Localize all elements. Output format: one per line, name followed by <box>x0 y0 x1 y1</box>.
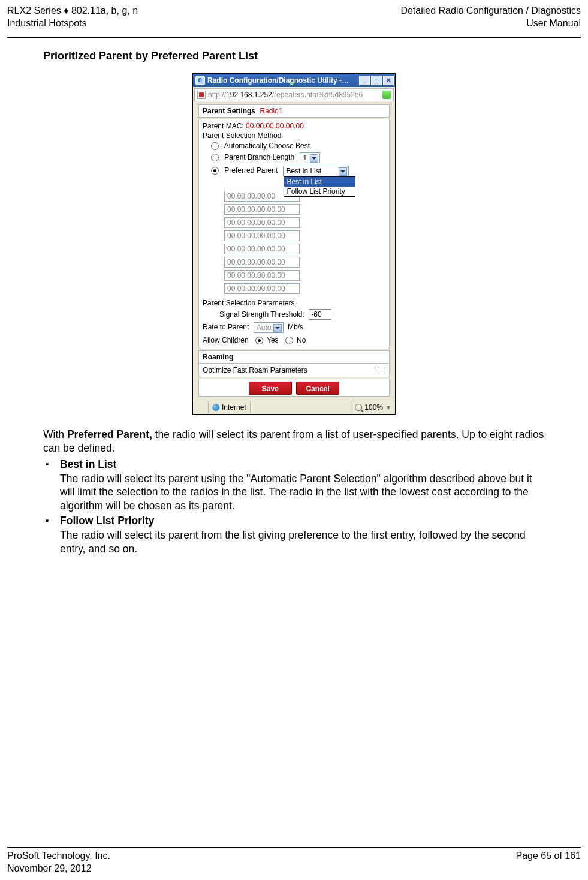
mac-input-5[interactable]: 00.00.00.00.00.00 <box>224 257 300 268</box>
sst-label: Signal Strength Threshold: <box>219 310 304 319</box>
save-button[interactable]: Save <box>249 382 292 395</box>
ie-icon <box>195 76 205 85</box>
preferred-parent-select[interactable]: Best in List Best in List Follow List Pr… <box>283 166 349 176</box>
mac-input-1[interactable]: 00.00.00.00.00.00 <box>224 204 300 215</box>
address-bar[interactable]: http://192.168.1.252/repeaters.htm%df5d8… <box>194 88 394 101</box>
parent-settings-header: Parent Settings Radio1 <box>198 104 390 118</box>
mac-value-4: 00.00.00.00.00.00 <box>227 245 285 253</box>
mac-input-4[interactable]: 00.00.00.00.00.00 <box>224 244 300 254</box>
sst-input[interactable]: -60 <box>309 309 331 320</box>
footer-left-2: November 29, 2012 <box>7 863 110 875</box>
mac-value-1: 00.00.00.00.00.00 <box>227 205 285 214</box>
zoom-icon <box>355 404 362 411</box>
mac-value-3: 00.00.00.00.00.00 <box>227 232 285 240</box>
mac-input-6[interactable]: 00.00.00.00.00.00 <box>224 270 300 281</box>
footer-left-1: ProSoft Technology, Inc. <box>7 850 110 863</box>
mac-value-7: 00.00.00.00.00.00 <box>227 284 285 293</box>
allow-children-yes[interactable] <box>255 337 263 344</box>
header-right-2: User Manual <box>400 17 581 30</box>
rate-select[interactable]: Auto <box>254 322 284 333</box>
cancel-button[interactable]: Cancel <box>296 382 339 395</box>
parent-mac-label: Parent MAC: <box>203 122 244 130</box>
bullet-best-in-list: Best in List The radio will select its p… <box>43 458 545 512</box>
yes-label: Yes <box>267 336 279 344</box>
url-path: /repeaters.htm%df5d8952e6 <box>272 91 363 99</box>
bullet-title-1: Follow List Priority <box>60 515 545 527</box>
url-scheme: http:// <box>208 91 226 99</box>
url-ip: 192.168.1.252 <box>226 91 272 99</box>
window-minimize-button[interactable]: _ <box>359 76 370 85</box>
branch-length-value: 1 <box>303 154 307 162</box>
header-right-1: Detailed Radio Configuration / Diagnosti… <box>400 5 581 17</box>
dropdown-opt-follow[interactable]: Follow List Priority <box>284 187 355 196</box>
roaming-checkbox[interactable] <box>378 367 385 374</box>
window-title: Radio Configuration/Diagnostic Utility -… <box>207 76 349 85</box>
bullet-title-0: Best in List <box>60 458 545 471</box>
page-header: RLX2 Series ♦ 802.11a, b, g, n Industria… <box>0 0 588 36</box>
internet-icon <box>212 404 219 411</box>
rate-unit: Mb/s <box>288 323 303 331</box>
parent-settings-label: Parent Settings <box>203 107 255 115</box>
window-titlebar[interactable]: Radio Configuration/Diagnostic Utility -… <box>193 74 395 87</box>
mac-value-0: 00.00.00.00.00 <box>227 192 275 200</box>
radio-auto-best[interactable] <box>211 142 219 150</box>
radio-branch-length-label: Parent Branch Length <box>224 153 294 161</box>
bullet-body-0: The radio will select its parent using t… <box>60 472 545 512</box>
roaming-opt-label: Optimize Fast Roam Parameters <box>203 366 307 374</box>
radio-preferred-parent-label: Preferred Parent <box>224 166 278 175</box>
config-screenshot: Radio Configuration/Diagnostic Utility -… <box>192 73 396 415</box>
mac-value-5: 00.00.00.00.00.00 <box>227 258 285 266</box>
window-maximize-button[interactable]: □ <box>371 76 382 85</box>
window-close-button[interactable]: ✕ <box>383 76 394 85</box>
header-left-1: RLX2 Series ♦ 802.11a, b, g, n <box>7 5 138 17</box>
radio-name: Radio1 <box>260 107 282 115</box>
go-button-icon[interactable] <box>382 91 391 99</box>
selection-params-label: Parent Selection Parameters <box>203 299 385 307</box>
rate-label: Rate to Parent <box>203 323 249 331</box>
status-internet: Internet <box>222 403 246 412</box>
sst-value: -60 <box>311 310 321 319</box>
intro-paragraph: With Preferred Parent, the radio will se… <box>43 428 545 455</box>
roaming-header: Roaming <box>198 350 390 364</box>
mac-input-3[interactable]: 00.00.00.00.00.00 <box>224 230 300 241</box>
selection-method-label: Parent Selection Method <box>203 131 385 140</box>
bullet-follow-list: Follow List Priority The radio will sele… <box>43 515 545 555</box>
bullet-body-1: The radio will select its parent from th… <box>60 528 545 555</box>
zoom-chevron-icon[interactable]: ▾ <box>387 403 390 412</box>
header-left-2: Industrial Hotspots <box>7 17 138 30</box>
status-bar: Internet 100% ▾ <box>194 401 394 413</box>
footer-rule <box>7 847 581 848</box>
parent-mac-row: Parent MAC: 00.00.00.00.00.00 <box>203 122 385 130</box>
footer-right-1: Page 65 of 161 <box>515 850 581 863</box>
preferred-parent-value: Best in List <box>286 167 321 175</box>
radio-auto-best-label: Automatically Choose Best <box>224 142 310 150</box>
dropdown-opt-best[interactable]: Best in List <box>284 177 355 187</box>
rate-value: Auto <box>257 323 272 332</box>
zoom-value: 100% <box>364 403 383 412</box>
page-footer: ProSoft Technology, Inc. November 29, 20… <box>0 841 588 880</box>
favicon-icon <box>197 91 206 99</box>
mac-value-2: 00.00.00.00.00.00 <box>227 218 285 227</box>
intro-strong: Preferred Parent, <box>67 428 152 440</box>
mac-input-7[interactable]: 00.00.00.00.00.00 <box>224 283 300 294</box>
allow-children-label: Allow Children <box>203 336 249 344</box>
preferred-parent-dropdown[interactable]: Best in List Follow List Priority <box>284 176 355 197</box>
intro-pre: With <box>43 428 67 440</box>
section-title: Prioritized Parent by Preferred Parent L… <box>43 50 545 62</box>
mac-value-6: 00.00.00.00.00.00 <box>227 271 285 280</box>
radio-preferred-parent[interactable] <box>211 167 219 175</box>
parent-mac-value: 00.00.00.00.00.00 <box>246 122 304 130</box>
no-label: No <box>297 336 306 344</box>
allow-children-no[interactable] <box>285 337 293 344</box>
radio-branch-length[interactable] <box>211 154 219 161</box>
branch-length-select[interactable]: 1 <box>300 152 320 163</box>
mac-input-2[interactable]: 00.00.00.00.00.00 <box>224 217 300 228</box>
